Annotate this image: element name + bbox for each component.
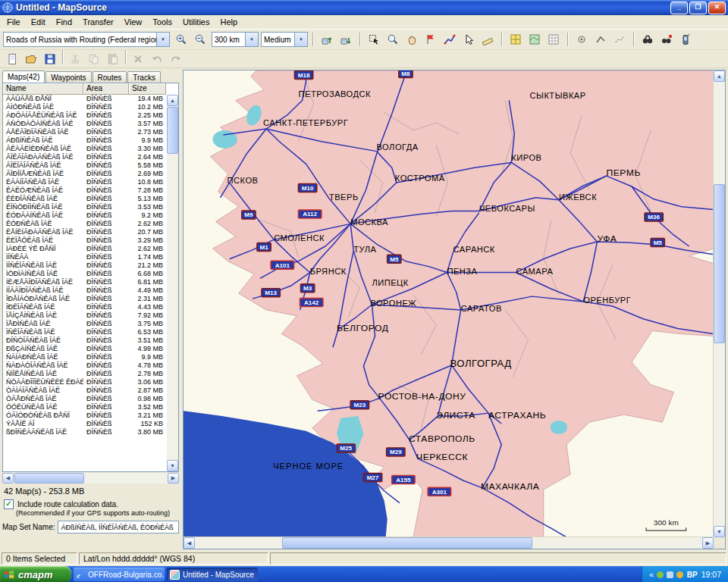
table-row[interactable]: ÑÒÀÂÐÎÏÎËÜÑÊÈÉ ÊÐÀÉÐÎÑÑÈß3.06 MB xyxy=(3,378,167,386)
table-row[interactable]: ÈÂÀÍÎÂÑÊÀß ÎÁËÐÎÑÑÈß10.8 MB xyxy=(3,178,167,186)
table-row[interactable]: ÐßÇÀÍÑÊÀß ÎÁËÐÎÑÑÈß4.99 MB xyxy=(3,345,167,353)
table-row[interactable]: ÓÄÌÓÐÒÑÊÀß ÐÅÑÏÐÎÑÑÈß3.21 MB xyxy=(3,411,167,420)
scrollbar-thumb[interactable] xyxy=(714,184,725,343)
tab-maps42[interactable]: Maps(42) xyxy=(2,70,45,83)
scrollbar-thumb[interactable] xyxy=(14,473,84,483)
show-map-detail-button[interactable] xyxy=(507,30,525,48)
find-places-button[interactable] xyxy=(639,30,657,48)
table-row[interactable]: ÊÓÐÃÀÍÑÊÀß ÎÁËÐÎÑÑÈß9.2 MB xyxy=(3,211,167,220)
table-row[interactable]: ÍÈÆÅÃÎÐÎÄÑÊÀß ÎÁËÐÎÑÑÈß6.81 MB xyxy=(3,278,167,286)
network-icon[interactable] xyxy=(667,571,673,578)
table-row[interactable]: ÂÎÐÎÍÅÆÑÊÀß ÎÁËÐÎÑÑÈß2.69 MB xyxy=(3,170,167,178)
measure-tool-button[interactable] xyxy=(479,30,497,48)
table-row[interactable]: ÒÂÅÐÑÊÀß ÎÁËÐÎÑÑÈß0.98 MB xyxy=(3,395,167,403)
table-row[interactable]: ßÐÎÑËÀÂÑÊÀß ÎÁËÐÎÑÑÈß3.80 MB xyxy=(3,428,167,436)
waypoint-tool-button[interactable] xyxy=(422,30,440,48)
scroll-left-icon[interactable]: ◀ xyxy=(2,473,14,483)
show-waypoints-button[interactable] xyxy=(573,30,591,48)
chevron-down-icon[interactable]: ▼ xyxy=(156,33,169,46)
table-row[interactable]: ÀÑÒÐÀÕÀÍÑÊÀß ÎÁËÐÎÑÑÈß3.57 MB xyxy=(3,120,167,128)
show-tracks-button[interactable] xyxy=(610,30,629,48)
menu-help[interactable]: Help xyxy=(215,16,243,28)
table-row[interactable]: ÑÀÐÀÒÎÂÑÊÀß ÎÁËÐÎÑÑÈß4.78 MB xyxy=(3,361,167,370)
map-canvas[interactable]: M18M8M10M9A112M1A101M5M3M13A142M36M5M23M… xyxy=(184,70,714,537)
zoom-in-button[interactable] xyxy=(172,30,190,48)
send-to-gps-button[interactable] xyxy=(318,30,336,48)
menu-view[interactable]: View xyxy=(119,16,148,28)
table-row[interactable]: ÊÀËÓÆÑÊÀß ÎÁËÐÎÑÑÈß7.28 MB xyxy=(3,186,167,195)
scroll-up-icon[interactable]: ▲ xyxy=(714,70,725,82)
table-row[interactable]: ÁÅËÃÎÐÎÄÑÊÀß ÎÁËÐÎÑÑÈß2.73 MB xyxy=(3,128,167,136)
map-select-tool-button[interactable] xyxy=(365,30,383,48)
product-select[interactable]: Roads of Russia with Routing (Federal re… xyxy=(3,32,170,47)
chevron-down-icon[interactable]: ▼ xyxy=(294,33,307,46)
table-row[interactable]: ÊÓÐÑÊÀß ÎÁËÐÎÑÑÈß2.62 MB xyxy=(3,220,167,228)
table-row[interactable]: ÏÅÍÇÅÍÑÊÀß ÎÁËÐÎÑÑÈß7.92 MB xyxy=(3,311,167,320)
menu-tools[interactable]: Tools xyxy=(147,16,177,28)
table-row[interactable]: ÂËÀÄÈÌÈÐÑÊÀß ÎÁËÐÎÑÑÈß3.30 MB xyxy=(3,145,167,153)
find-nearest-button[interactable] xyxy=(657,30,676,48)
scroll-right-icon[interactable]: ▶ xyxy=(702,537,714,549)
column-header-area[interactable]: Area xyxy=(83,83,129,95)
table-row[interactable]: ÀÐÕÀÍÃÅËÜÑÊÀß ÎÁËÐÎÑÑÈß2.25 MB xyxy=(3,111,167,120)
route-data-checkbox[interactable]: ✓ xyxy=(4,499,14,509)
menu-transfer[interactable]: Transfer xyxy=(77,16,119,28)
scroll-up-icon[interactable]: ▲ xyxy=(167,95,178,106)
start-button[interactable]: старт xyxy=(0,566,71,582)
scale-select[interactable]: 300 km ▼ xyxy=(212,32,259,47)
menu-edit[interactable]: Edit xyxy=(26,16,51,28)
save-button[interactable] xyxy=(41,50,59,68)
scroll-down-icon[interactable]: ▼ xyxy=(167,460,178,471)
table-row[interactable]: ÌÓÐÌÀÍÑÊÀß ÎÁËÐÎÑÑÈß6.68 MB xyxy=(3,270,167,278)
gps-status-button[interactable] xyxy=(676,30,695,48)
map-vscrollbar[interactable]: ▲ ▼ xyxy=(713,70,725,537)
table-row[interactable]: ÐÎÑÒÎÂÑÊÀß ÎÁËÐÎÑÑÈß3.51 MB xyxy=(3,336,167,345)
table-row[interactable]: ÝÂÅÍÊ ÀÎÐÎÑÑÈß152 KB xyxy=(3,420,167,428)
maximize-button[interactable]: ❐ xyxy=(689,2,707,14)
table-row[interactable]: ÀÄÛÃÅß ÐÅÑÏÐÎÑÑÈß19.4 MB xyxy=(3,95,167,103)
detail-select[interactable]: Medium ▼ xyxy=(261,32,308,47)
open-button[interactable] xyxy=(22,50,40,68)
zoom-tool-button[interactable] xyxy=(384,30,402,48)
maps-list[interactable]: NameAreaSize ÀÄÛÃÅß ÐÅÑÏÐÎÑÑÈß19.4 MBÀÌÓ… xyxy=(2,83,179,472)
language-indicator[interactable]: BP xyxy=(687,571,698,579)
table-row[interactable]: ÌÀÐÈÉ ÝË ÐÅÑÏÐÎÑÑÈß2.62 MB xyxy=(3,245,167,253)
table-row[interactable]: ÂÎËÃÎÃÐÀÄÑÊÀß ÎÁËÐÎÑÑÈß2.64 MB xyxy=(3,153,167,161)
show-routes-button[interactable] xyxy=(592,30,610,48)
minimize-button[interactable]: _ xyxy=(670,2,688,14)
tab-tracks[interactable]: Tracks xyxy=(127,71,161,83)
menu-find[interactable]: Find xyxy=(51,16,77,28)
taskbar-task-inactive[interactable]: eOFFRoad-Bulgaria.co... xyxy=(74,568,165,581)
table-row[interactable]: ÒÀÌÁÎÂÑÊÀß ÎÁËÐÎÑÑÈß2.87 MB xyxy=(3,386,167,395)
table-row[interactable]: ËÈÏÅÖÊÀß ÎÁËÐÎÑÑÈß3.29 MB xyxy=(3,236,167,245)
table-row[interactable]: ËÅÍÈÍÃÐÀÄÑÊÀß ÎÁËÐÎÑÑÈß20.7 MB xyxy=(3,228,167,236)
table-row[interactable]: ÑÌÎËÅÍÑÊÀß ÎÁËÐÎÑÑÈß2.78 MB xyxy=(3,370,167,378)
table-row[interactable]: ÊÎÑÒÐÎÌÑÊÀß ÎÁËÐÎÑÑÈß3.53 MB xyxy=(3,203,167,211)
menu-file[interactable]: File xyxy=(2,16,26,28)
table-row[interactable]: ÌÎÑÊÎÂÑÊÀß ÎÁËÐÎÑÑÈß21.2 MB xyxy=(3,261,167,270)
show-map-areas-button[interactable] xyxy=(526,30,544,48)
taskbar-task-active[interactable]: Untitled - MapSource xyxy=(167,568,258,581)
maps-list-hscrollbar[interactable]: ◀ ▶ xyxy=(2,473,179,483)
table-row[interactable]: ÏÅÐÌÑÊÀß ÎÁËÐÎÑÑÈß3.75 MB xyxy=(3,320,167,328)
table-row[interactable]: ÒÓËÜÑÊÀß ÎÁËÐÎÑÑÈß3.52 MB xyxy=(3,403,167,411)
update-icon[interactable] xyxy=(676,571,683,578)
receive-from-gps-button[interactable] xyxy=(337,30,355,48)
scroll-right-icon[interactable]: ▶ xyxy=(168,473,179,483)
zoom-out-button[interactable] xyxy=(191,30,209,48)
new-button[interactable] xyxy=(3,50,21,68)
chevron-down-icon[interactable]: ▼ xyxy=(245,33,258,46)
pan-tool-button[interactable] xyxy=(403,30,421,48)
selection-tool-button[interactable] xyxy=(460,30,478,48)
menu-utilities[interactable]: Utilities xyxy=(177,16,215,28)
table-row[interactable]: ÁÐßÍÑÊÀß ÎÁËÐÎÑÑÈß9.9 MB xyxy=(3,136,167,145)
column-header-name[interactable]: Name xyxy=(3,83,83,95)
show-map-grid-button[interactable] xyxy=(544,30,563,48)
scroll-down-icon[interactable]: ▼ xyxy=(714,526,725,537)
table-row[interactable]: ÑÀÌÀÐÑÊÀß ÎÁËÐÎÑÑÈß9.9 MB xyxy=(3,353,167,361)
column-header-size[interactable]: Size xyxy=(129,83,166,95)
table-row[interactable]: ÂÎËÎÃÎÄÑÊÀß ÎÁËÐÎÑÑÈß5.58 MB xyxy=(3,161,167,170)
maps-list-vscrollbar[interactable]: ▲ ▼ xyxy=(167,95,178,471)
table-row[interactable]: ÏÑÊÎÂÑÊÀß ÎÁËÐÎÑÑÈß6.53 MB xyxy=(3,328,167,336)
table-row[interactable]: ÌÎÑÊÂÀÐÎÑÑÈß1.74 MB xyxy=(3,253,167,261)
